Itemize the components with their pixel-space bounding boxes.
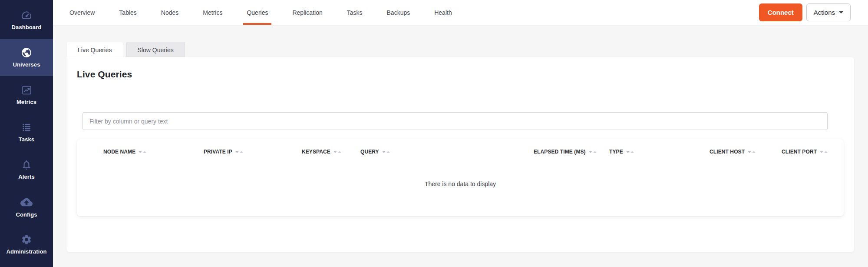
tab-replication[interactable]: Replication: [292, 0, 322, 25]
sort-icon: [748, 151, 756, 153]
chevron-down-icon: [839, 11, 843, 13]
list-icon: [21, 122, 32, 133]
cloud-upload-icon: [20, 196, 33, 208]
tab-overview[interactable]: Overview: [69, 0, 95, 25]
tab-backups[interactable]: Backups: [387, 0, 410, 25]
actions-dropdown-button[interactable]: Actions: [806, 3, 851, 21]
sidebar-item-label: Metrics: [17, 99, 36, 105]
top-nav: Overview Tables Nodes Metrics Queries Re…: [53, 0, 868, 25]
sidebar-item-alerts[interactable]: Alerts: [0, 151, 53, 188]
sidebar-item-universes[interactable]: Universes: [0, 39, 53, 76]
sort-icon: [382, 151, 390, 153]
bell-icon: [21, 159, 32, 170]
tab-health[interactable]: Health: [434, 0, 452, 25]
sidebar-item-configs[interactable]: Configs: [0, 188, 53, 226]
column-header-client-host[interactable]: CLIENT HOST: [710, 149, 756, 155]
gear-icon: [21, 234, 32, 245]
column-header-keyspace[interactable]: KEYSPACE: [302, 149, 341, 155]
app-root: Dashboard Universes Metrics Tasks Alerts: [0, 0, 868, 267]
sidebar: Dashboard Universes Metrics Tasks Alerts: [0, 0, 53, 267]
column-header-type[interactable]: TYPE: [609, 149, 634, 155]
sort-icon: [626, 151, 634, 153]
sort-icon: [139, 151, 146, 153]
column-header-elapsed-time[interactable]: ELAPSED TIME (MS): [534, 149, 597, 155]
sidebar-item-administration[interactable]: Administration: [0, 226, 53, 263]
queries-table-card: NODE NAME PRIVATE IP KEYSPACE QUERY ELAP…: [77, 139, 844, 216]
sidebar-item-label: Alerts: [18, 174, 34, 180]
sidebar-item-label: Administration: [6, 248, 46, 255]
sort-icon: [820, 151, 828, 153]
line-chart-icon: [21, 85, 32, 96]
tab-live-queries[interactable]: Live Queries: [66, 42, 123, 58]
gauge-icon: [21, 10, 32, 21]
column-header-client-port[interactable]: CLIENT PORT: [782, 149, 828, 155]
page-title: Live Queries: [77, 69, 132, 80]
column-header-private-ip[interactable]: PRIVATE IP: [204, 149, 243, 155]
tab-slow-queries[interactable]: Slow Queries: [126, 42, 185, 57]
tab-queries[interactable]: Queries: [247, 0, 268, 25]
query-filter-input[interactable]: [83, 112, 828, 130]
sidebar-item-label: Universes: [13, 61, 40, 68]
sidebar-item-metrics[interactable]: Metrics: [0, 76, 53, 113]
table-empty-message: There is no data to display: [77, 180, 844, 187]
column-header-query[interactable]: QUERY: [360, 149, 390, 155]
tab-tasks[interactable]: Tasks: [347, 0, 363, 25]
top-nav-actions: Connect Actions: [759, 3, 851, 21]
sort-icon: [589, 151, 597, 153]
sidebar-item-label: Tasks: [19, 136, 34, 143]
sidebar-item-dashboard[interactable]: Dashboard: [0, 1, 53, 39]
tab-tables[interactable]: Tables: [119, 0, 136, 25]
globe-icon: [21, 47, 32, 58]
sidebar-item-label: Dashboard: [12, 24, 42, 30]
actions-dropdown-label: Actions: [814, 9, 835, 16]
universe-tab-bar: Overview Tables Nodes Metrics Queries Re…: [69, 0, 452, 25]
sort-icon: [235, 151, 243, 153]
connect-button[interactable]: Connect: [759, 3, 802, 21]
tab-nodes[interactable]: Nodes: [161, 0, 178, 25]
table-header-row: NODE NAME PRIVATE IP KEYSPACE QUERY ELAP…: [77, 139, 844, 162]
live-queries-panel: Live Queries NODE NAME PRIVATE IP KEYSPA…: [66, 57, 854, 252]
tab-metrics[interactable]: Metrics: [203, 0, 222, 25]
queries-subtabs: Live Queries Slow Queries: [66, 42, 185, 58]
sort-icon: [333, 151, 341, 153]
sidebar-item-tasks[interactable]: Tasks: [0, 113, 53, 151]
sidebar-item-label: Configs: [16, 211, 37, 218]
column-header-node-name[interactable]: NODE NAME: [103, 149, 146, 155]
